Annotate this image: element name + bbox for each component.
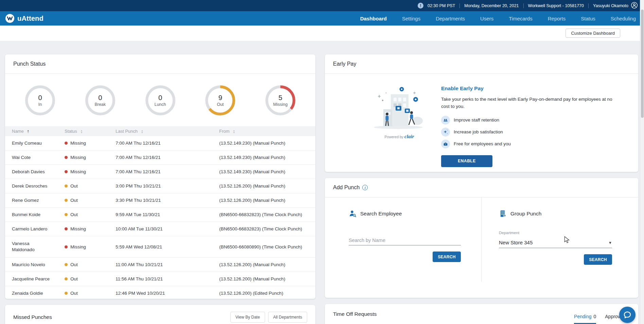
punch-count: 0: [38, 94, 42, 102]
view-by-date-button[interactable]: View By Date: [230, 312, 265, 323]
cell-from: (BN6500-66832823) (Time Clock Punch): [212, 222, 315, 236]
add-punch-body: Search Employee SEARCH: [325, 197, 638, 282]
sort-icon[interactable]: ▲▼: [80, 130, 83, 134]
brand-name: uAttend: [17, 15, 43, 22]
status-dot: [65, 227, 68, 230]
punch-circle-text: 5 Missing: [264, 84, 297, 117]
nav-dashboard[interactable]: Dashboard: [360, 16, 387, 21]
sort-icon[interactable]: ▲▼: [27, 130, 29, 134]
punch-circle-lunch[interactable]: 0 Lunch: [144, 84, 177, 117]
cell-name: Jacqueline Pearce: [5, 272, 58, 286]
scrollbar-thumb[interactable]: [641, 10, 644, 118]
cell-status: Out: [58, 286, 109, 299]
punch-circle-out[interactable]: 9 Out: [204, 84, 237, 117]
cell-last-punch: 12:46 PM Wed 10/20/21: [109, 286, 212, 299]
missed-punches-card: Missed Punches View By DateAll Departmen…: [5, 305, 315, 324]
customize-dashboard-button[interactable]: Customize Dashboard: [565, 29, 620, 38]
sort-icon[interactable]: ▲▼: [141, 130, 143, 134]
cell-name: Rene Gomez: [5, 193, 58, 208]
top-status-bar: ! 02:30 PM PST Monday, December 20, 2021…: [0, 0, 644, 11]
search-employee-button[interactable]: SEARCH: [433, 252, 461, 262]
nav-scheduling[interactable]: Scheduling: [611, 16, 636, 21]
table-row[interactable]: Deborah Davies Missing 7:00 AM Thu 12/16…: [5, 165, 315, 179]
nav-users[interactable]: Users: [480, 16, 493, 21]
table-row[interactable]: Zenaida Goldie Out 12:46 PM Wed 10/20/21…: [5, 286, 315, 299]
nav-departments[interactable]: Departments: [436, 16, 465, 21]
table-row[interactable]: Maurício Novelo Out 11:00 AM Thu 10/21/2…: [5, 258, 315, 272]
uattend-logo-icon: [5, 14, 14, 23]
status-dot: [65, 292, 68, 295]
divider: [459, 3, 460, 8]
punch-status-title: Punch Status: [13, 61, 46, 67]
status-dot: [65, 170, 68, 173]
department-select[interactable]: New Store 345 ▼: [499, 238, 612, 248]
table-row[interactable]: Jacqueline Pearce Out 11:56 AM Thu 10/21…: [5, 272, 315, 286]
clock-time: 02:30 PM PST: [428, 3, 455, 8]
group-punch-title-row: Group Punch: [499, 210, 612, 218]
cell-status: Missing: [58, 150, 109, 165]
cell-from: (13.52.126.200) (Edited Punch): [212, 286, 315, 299]
enable-button[interactable]: ENABLE: [441, 155, 492, 167]
table-row[interactable]: Rene Gomez Out 3:30 PM Thu 10/21/21 (13.…: [5, 193, 315, 208]
col-last-punch[interactable]: Last Punch ▲▼: [109, 126, 212, 136]
cell-status: Missing: [58, 136, 109, 150]
cell-last-punch: 10:00 AM Tue 11/30/21: [109, 222, 212, 236]
table-row[interactable]: Carmelo Landero Missing 10:00 AM Tue 11/…: [5, 222, 315, 236]
cell-status: Out: [58, 179, 109, 193]
nav-reports[interactable]: Reports: [548, 16, 566, 21]
missed-punches-title: Missed Punches: [13, 314, 52, 320]
nav-settings[interactable]: Settings: [402, 16, 420, 21]
dashboard-content: Punch Status 0 In 0 Break 0 Lunch: [0, 41, 644, 324]
all-departments-button[interactable]: All Departments: [268, 312, 307, 323]
punch-circle-in[interactable]: 0 In: [24, 84, 56, 117]
nav-status[interactable]: Status: [581, 16, 595, 21]
sparkle-icon: [441, 128, 450, 136]
early-pay-bullets: Improve staff retention Increase job sat…: [441, 116, 620, 148]
missed-punches-header: Missed Punches View By DateAll Departmen…: [5, 305, 315, 324]
user-avatar-icon[interactable]: [631, 2, 638, 10]
info-icon[interactable]: i: [362, 185, 368, 190]
cell-last-punch: 3:30 PM Thu 10/21/21: [109, 193, 212, 208]
punch-circle-text: 0 Lunch: [144, 84, 177, 117]
powered-by-clair: Powered byclair: [368, 134, 430, 140]
group-punch-search-button[interactable]: SEARCH: [584, 254, 612, 265]
cell-name: Deborah Davies: [5, 165, 58, 179]
tab-pending[interactable]: Pending0: [574, 314, 596, 324]
nav-timecards[interactable]: Timecards: [509, 16, 532, 21]
uattend-logo[interactable]: uAttend: [5, 14, 43, 23]
bullet-label: Increase job satisfaction: [454, 129, 503, 134]
missed-punches-buttons: View By DateAll Departments: [230, 312, 307, 323]
cell-status: Out: [58, 193, 109, 208]
user-menu[interactable]: Yasuyuki Okamoto: [593, 2, 638, 10]
punch-circle-missing[interactable]: 5 Missing: [264, 84, 297, 117]
punch-label: Break: [94, 102, 106, 107]
status-dot: [65, 277, 68, 280]
table-row[interactable]: Emily Comeau Missing 7:00 AM Thu 12/16/2…: [5, 136, 315, 150]
user-name: Yasuyuki Okamoto: [593, 3, 628, 8]
person-search-icon: [349, 210, 357, 218]
table-row[interactable]: Bunmei Koide Out 9:59 AM Tue 11/30/21 (B…: [5, 208, 315, 222]
table-row[interactable]: Derek Desroches Out 3:00 PM Thu 10/21/21…: [5, 179, 315, 193]
col-from[interactable]: From ▲▼: [212, 126, 315, 136]
early-pay-description: Take your perks to the next level with E…: [441, 96, 620, 110]
time-off-header: Time Off Requests Pending0 Approved2: [325, 304, 638, 324]
table-row[interactable]: Wai Cote Missing 7:00 AM Thu 12/16/21 (1…: [5, 150, 315, 165]
cell-from: (13.52.126.200) (Manual Punch): [212, 193, 315, 208]
alert-icon[interactable]: !: [418, 3, 423, 9]
col-name[interactable]: Name ▲▼: [5, 126, 58, 136]
early-pay-title: Early Pay: [333, 61, 356, 67]
sort-icon[interactable]: ▲▼: [233, 130, 235, 134]
chevron-down-icon: ▼: [608, 241, 612, 245]
col-status[interactable]: Status ▲▼: [58, 126, 109, 136]
page-scrollbar[interactable]: [640, 0, 644, 324]
early-pay-body: Powered byclair Enable Early Pay Take yo…: [325, 74, 638, 167]
table-row[interactable]: Vanessa Maldonado Missing 5:59 AM Wed 12…: [5, 236, 315, 258]
cell-name: Bunmei Koide: [5, 208, 58, 222]
search-employee-section: Search Employee SEARCH: [325, 197, 482, 282]
early-pay-bullet: Improve staff retention: [441, 116, 620, 125]
search-employee-input[interactable]: [349, 236, 461, 245]
punch-circle-break[interactable]: 0 Break: [84, 84, 117, 117]
punch-label: Missing: [273, 102, 288, 107]
left-column: Punch Status 0 In 0 Break 0 Lunch: [5, 54, 315, 324]
chat-support-button[interactable]: [619, 307, 636, 323]
